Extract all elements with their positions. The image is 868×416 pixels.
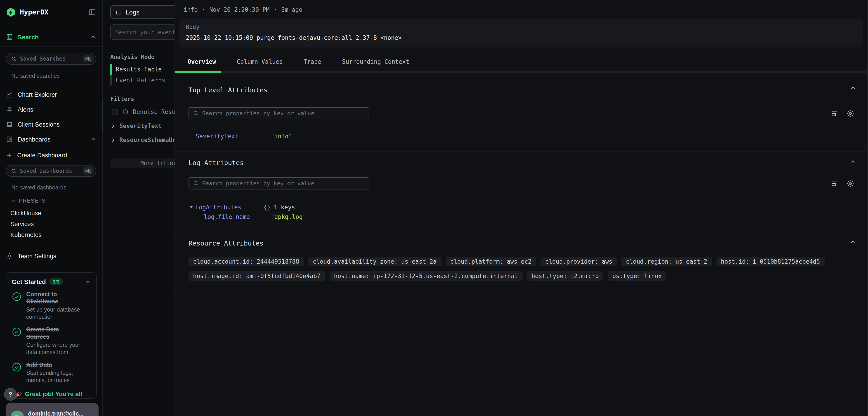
sidebar-item-team-settings[interactable]: Team Settings <box>6 252 96 260</box>
event-timestamp: Nov 20 2:20:30 PM <box>209 6 270 13</box>
create-dashboard-button[interactable]: Create Dashboard <box>6 152 96 159</box>
filter-group-resourceschemaurl[interactable]: ResourceSchemaUrl <box>110 137 175 143</box>
body-card: Body 2025-10-22 10:15:09 purge fonts-dej… <box>180 19 863 48</box>
sidebar-item-label: Search <box>18 33 86 41</box>
preset-item-services[interactable]: Services <box>10 219 96 230</box>
attribute-chip[interactable]: cloud.provider: aws <box>541 257 617 266</box>
sidebar-item-dashboards[interactable]: Dashboards <box>6 134 96 145</box>
sidebar-item-alerts[interactable]: Alerts <box>6 104 96 115</box>
denoise-checkbox[interactable] <box>112 109 118 115</box>
tree-root-key[interactable]: LogAttributes <box>195 204 264 211</box>
active-tab-underline <box>175 71 221 73</box>
chart-icon <box>6 91 13 98</box>
saved-searches-field[interactable] <box>20 56 80 62</box>
attribute-chip[interactable]: cloud.region: us-east-2 <box>621 257 712 266</box>
attribute-chip[interactable]: cloud.availability_zone: us-east-2a <box>308 257 441 266</box>
preset-item-clickhouse[interactable]: ClickHouse <box>10 208 96 219</box>
saved-dashboards-field[interactable] <box>20 168 80 174</box>
sidebar-item-client-sessions[interactable]: Client Sessions <box>6 119 96 130</box>
wrap-lines-icon[interactable] <box>831 109 839 117</box>
mode-event-patterns[interactable]: Event Patterns <box>110 75 175 86</box>
check-circle-icon <box>12 362 22 384</box>
event-detail-panel: info · Nov 20 2:20:30 PM · 3m ago Body 2… <box>175 0 868 416</box>
user-account-card[interactable]: D dominic.tran@clic... dominic.tran@clic… <box>6 403 98 416</box>
attribute-chip[interactable]: host.id: i-0510b81275acbe4d5 <box>716 257 825 266</box>
section-tools <box>831 179 855 187</box>
chevron-up-icon[interactable] <box>90 34 96 40</box>
help-button[interactable]: ? <box>4 388 17 400</box>
shortcut-badge: ⌘K <box>83 55 93 62</box>
sidebar-item-chart-explorer[interactable]: Chart Explorer <box>6 89 96 100</box>
user-lines: dominic.tran@clic... dominic.tran@clickh… <box>28 410 85 416</box>
chevron-up-icon[interactable] <box>85 279 91 285</box>
property-search-input[interactable] <box>202 110 365 117</box>
checklist-text: Create Data Sources Configure where your… <box>26 326 83 356</box>
saved-searches-input[interactable]: ⌘K <box>6 53 96 65</box>
tab-overview[interactable]: Overview <box>188 57 216 73</box>
section-resource-attributes: Resource Attributes cloud.account.id: 24… <box>175 232 868 293</box>
denoise-label[interactable]: Denoise Results <box>133 109 175 115</box>
sidebar-scrollbar[interactable] <box>102 98 103 131</box>
attributes-tree: LogAttributes {} 1 keys log.file.name "d… <box>188 204 855 220</box>
event-search-box[interactable] <box>110 24 175 40</box>
presets-toggle[interactable]: PRESETS <box>10 198 96 204</box>
attribute-chip[interactable]: cloud.platform: aws_ec2 <box>446 257 536 266</box>
property-key[interactable]: SeverityText <box>196 133 271 140</box>
chevron-up-icon[interactable] <box>90 136 96 143</box>
attribute-chip[interactable]: host.name: ip-172-31-12-5.us-east-2.comp… <box>330 271 523 281</box>
checklist-item-desc: Configure where your data comes from <box>26 341 83 356</box>
sidebar-collapse-icon[interactable] <box>88 8 96 16</box>
filter-group-severitytext[interactable]: SeverityText <box>110 122 175 129</box>
attribute-chip[interactable]: cloud.account.id: 244449518788 <box>188 257 304 266</box>
checklist-item[interactable]: Connect to ClickHouse Set up your databa… <box>12 291 91 321</box>
plus-icon <box>6 152 13 159</box>
no-saved-dashboards-text: No saved dashboards <box>11 184 96 191</box>
gear-icon[interactable] <box>846 179 855 187</box>
wrap-lines-icon[interactable] <box>831 179 839 187</box>
attribute-chip[interactable]: os.type: linux <box>608 271 666 281</box>
property-search-row <box>188 107 855 119</box>
source-selector[interactable]: Logs <box>110 5 175 19</box>
property-value[interactable]: "info" <box>271 133 292 140</box>
resource-attribute-chips: cloud.account.id: 244449518788 cloud.ava… <box>188 257 857 281</box>
analysis-mode-options: Results Table Event Patterns <box>110 64 175 86</box>
property-search-box[interactable] <box>188 177 369 189</box>
checklist-item-title: Connect to ClickHouse <box>26 291 83 305</box>
mode-label: Event Patterns <box>116 77 165 83</box>
attribute-chip[interactable]: host.type: t2.micro <box>527 271 603 281</box>
sidebar-item-label: Alerts <box>18 106 96 113</box>
saved-dashboards-input[interactable]: ⌘K <box>6 165 96 177</box>
sidebar-item-search[interactable]: Search <box>6 33 96 41</box>
more-filters-button[interactable]: More filters <box>110 158 175 168</box>
gear-icon[interactable] <box>846 109 855 117</box>
severity-level: info <box>184 6 198 13</box>
attribute-chip[interactable]: host.image.id: ami-0f5fcdfbd140e4ab7 <box>188 271 325 281</box>
collapse-section-icon[interactable] <box>849 85 856 93</box>
tree-collapse-caret-icon[interactable] <box>189 206 193 208</box>
get-started-header[interactable]: Get Started 3/3 <box>12 278 91 285</box>
congrats-text: Great job! You're all <box>25 391 82 397</box>
avatar: D <box>10 411 24 416</box>
property-value[interactable]: "dpkg.log" <box>271 213 306 220</box>
property-search-input[interactable] <box>202 180 365 187</box>
tab-surrounding-context[interactable]: Surrounding Context <box>342 57 409 73</box>
event-search-input[interactable] <box>115 29 175 35</box>
checklist-item[interactable]: Create Data Sources Configure where your… <box>12 326 91 356</box>
denoise-row: Denoise Results <box>112 109 175 115</box>
mode-results-table[interactable]: Results Table <box>110 64 175 75</box>
sidebar-item-label: Dashboards <box>18 136 86 143</box>
collapse-section-icon[interactable] <box>849 158 856 167</box>
checklist-item-title: Create Data Sources <box>26 326 83 340</box>
property-search-box[interactable] <box>188 107 369 119</box>
tab-column-values[interactable]: Column Values <box>237 57 283 73</box>
scrollbar[interactable] <box>867 0 868 416</box>
preset-item-kubernetes[interactable]: Kubernetes <box>10 230 96 241</box>
collapse-section-icon[interactable] <box>849 239 856 247</box>
search-icon <box>193 180 199 186</box>
divider <box>103 46 175 46</box>
section-tools <box>831 109 855 117</box>
property-key[interactable]: log.file.name <box>204 213 271 220</box>
tab-trace[interactable]: Trace <box>304 57 321 73</box>
get-started-card: Get Started 3/3 Connect to ClickHouse Se… <box>6 272 97 399</box>
checklist-item[interactable]: Add Data Start sending logs, metrics, or… <box>12 361 91 384</box>
